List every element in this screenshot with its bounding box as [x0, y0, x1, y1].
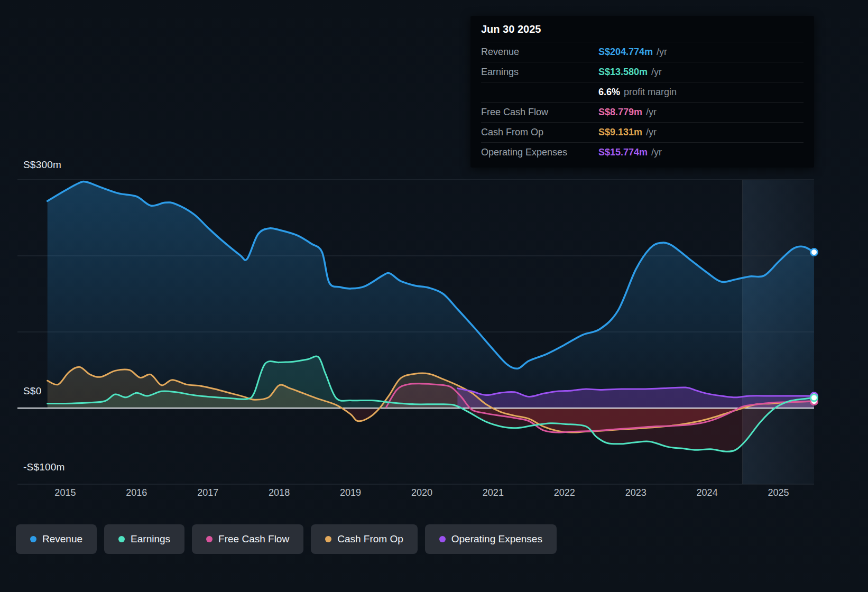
legend-item-label: Revenue [42, 533, 82, 545]
x-axis-label-2021: 2021 [483, 487, 504, 498]
x-axis-label-2015: 2015 [54, 487, 76, 498]
tooltip-row-value: S$8.779m/yr [598, 107, 657, 118]
tooltip-row-free-cash-flow: Free Cash FlowS$8.779m/yr [481, 102, 804, 122]
tooltip-row-label: Cash From Op [481, 127, 598, 138]
x-axis-label-2019: 2019 [340, 487, 361, 498]
legend-dot-icon [206, 536, 213, 542]
tooltip-row-value: S$13.580m/yr [598, 67, 662, 78]
y-axis-label-300m: S$300m [23, 159, 61, 171]
data-tooltip: Jun 30 2025 RevenueS$204.774m/yrEarnings… [470, 16, 814, 168]
tooltip-row-value: S$9.131m/yr [598, 127, 657, 138]
tooltip-row-value: S$204.774m/yr [598, 47, 667, 58]
y-axis-label-zero: S$0 [23, 385, 41, 397]
legend-item-cash-from-op[interactable]: Cash From Op [311, 524, 418, 554]
legend-dot-icon [439, 536, 446, 542]
tooltip-row-operating-expenses: Operating ExpensesS$15.774m/yr [481, 142, 804, 162]
tooltip-row-label: Free Cash Flow [481, 107, 598, 118]
x-axis-label-2024: 2024 [697, 487, 718, 498]
revenue-endpoint-marker [811, 249, 818, 256]
tooltip-row-profit-margin: 6.6%profit margin [481, 82, 804, 102]
tooltip-row-label: Earnings [481, 67, 598, 78]
x-axis-label-2023: 2023 [625, 487, 647, 498]
x-axis-label-2017: 2017 [197, 487, 218, 498]
legend-item-earnings[interactable]: Earnings [104, 524, 184, 554]
chart-canvas: S$300m S$0 -S$100m 201520162017201820192… [0, 0, 868, 592]
legend-dot-icon [118, 536, 125, 542]
legend-dot-icon [30, 536, 36, 542]
x-axis-label-2016: 2016 [126, 487, 147, 498]
tooltip-row-value: S$15.774m/yr [598, 147, 662, 158]
legend-dot-icon [325, 536, 331, 542]
legend-item-operating-expenses[interactable]: Operating Expenses [425, 524, 557, 554]
tooltip-row-earnings: EarningsS$13.580m/yr [481, 62, 804, 82]
tooltip-row-value: 6.6%profit margin [598, 87, 677, 98]
tooltip-row-label: Revenue [481, 47, 598, 58]
x-axis-label-2025: 2025 [768, 487, 789, 498]
legend-item-revenue[interactable]: Revenue [16, 524, 97, 554]
legend-item-label: Free Cash Flow [218, 533, 289, 545]
x-axis-label-2020: 2020 [411, 487, 432, 498]
x-axis-label-2018: 2018 [269, 487, 290, 498]
tooltip-row-label: Operating Expenses [481, 147, 598, 158]
tooltip-date: Jun 30 2025 [481, 23, 804, 42]
legend-item-label: Cash From Op [337, 533, 403, 545]
legend-item-label: Earnings [131, 533, 170, 545]
legend-item-free-cash-flow[interactable]: Free Cash Flow [192, 524, 303, 554]
tooltip-rows: RevenueS$204.774m/yrEarningsS$13.580m/yr… [481, 42, 804, 162]
y-axis-label-neg100m: -S$100m [23, 461, 65, 473]
legend-item-label: Operating Expenses [451, 533, 542, 545]
tooltip-row-cash-from-op: Cash From OpS$9.131m/yr [481, 122, 804, 142]
tooltip-row-revenue: RevenueS$204.774m/yr [481, 42, 804, 62]
x-axis-label-2022: 2022 [554, 487, 575, 498]
chart-legend: RevenueEarningsFree Cash FlowCash From O… [16, 524, 557, 554]
earnings-endpoint-marker [811, 394, 818, 401]
